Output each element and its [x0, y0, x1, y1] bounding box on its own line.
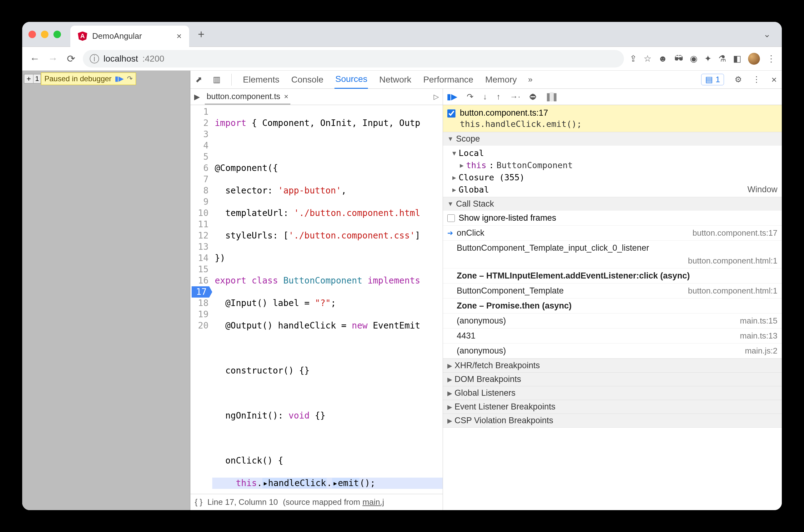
chrome-menu-icon[interactable]: ⋮ — [767, 54, 776, 64]
scope-local[interactable]: ▼ Local — [443, 147, 782, 159]
show-ignored-frames-row[interactable]: Show ignore-listed frames — [443, 211, 782, 226]
back-button[interactable]: ← — [28, 53, 41, 64]
share-icon[interactable]: ⇪ — [630, 54, 637, 64]
tab-console[interactable]: Console — [291, 71, 324, 89]
source-map-label: (source mapped from main.j — [283, 497, 384, 507]
bookmark-icon[interactable]: ☆ — [644, 54, 651, 64]
resume-button[interactable]: ▮▶ — [447, 92, 457, 101]
breakpoint-marker[interactable]: 17 — [192, 286, 212, 298]
callstack-frame[interactable]: (anonymous) main.js:2 — [443, 343, 782, 359]
url-host: localhost — [103, 54, 138, 64]
more-tabs-icon[interactable]: » — [528, 75, 532, 84]
debugger-controls: ▮▶ ↷ ↓ ↑ →· ⛔︎ ❚❚ — [443, 89, 782, 105]
chevron-right-icon: ▶ — [452, 174, 456, 181]
resume-icon[interactable]: ▮▶ — [115, 75, 124, 83]
step-out-button[interactable]: ↑ — [496, 92, 500, 101]
browser-window: DemoAngular × + ⌄ ← → ⟳ i localhost:4200… — [22, 22, 782, 510]
pause-on-exceptions-button[interactable]: ❚❚ — [547, 92, 556, 101]
callstack-header[interactable]: ▼ Call Stack — [443, 197, 782, 211]
tab-network[interactable]: Network — [379, 71, 412, 89]
chevron-right-icon: ▶ — [447, 403, 452, 411]
editor-pane: ▶ button.component.ts × ▷ 12345678910111… — [190, 89, 443, 510]
tab-elements[interactable]: Elements — [242, 71, 280, 89]
issues-badge[interactable]: ▤ 1 — [701, 74, 724, 86]
callstack-section: ▼ Call Stack Show ignore-listed frames ➔… — [443, 197, 782, 359]
url-input[interactable]: i localhost:4200 — [83, 50, 624, 68]
window-controls — [28, 31, 61, 38]
tab-sources[interactable]: Sources — [334, 70, 368, 89]
reload-button[interactable]: ⟳ — [65, 53, 77, 65]
extension-icon-2[interactable]: ◉ — [690, 54, 697, 64]
step-over-button[interactable]: ↷ — [467, 92, 474, 101]
navigator-toggle-icon[interactable]: ▶ — [194, 93, 200, 101]
chevron-down-icon: ▼ — [452, 149, 456, 157]
new-tab-button[interactable]: + — [194, 28, 208, 41]
angular-icon — [78, 32, 87, 41]
file-tab[interactable]: button.component.ts × — [205, 89, 290, 104]
callstack-async-boundary: Zone – Promise.then (async) — [443, 299, 782, 314]
debugger-pane: ▮▶ ↷ ↓ ↑ →· ⛔︎ ❚❚ button.component.ts:17… — [443, 89, 782, 510]
window-maximize-button[interactable] — [54, 31, 61, 38]
callstack-frame[interactable]: 4431 main.ts:13 — [443, 328, 782, 343]
pretty-print-icon[interactable]: { } — [195, 497, 203, 507]
close-tab-icon[interactable]: × — [177, 31, 181, 41]
code-content: import { Component, OnInit, Input, Outp … — [212, 105, 443, 494]
line-gutter[interactable]: 1234567891011121314151617181920 — [190, 105, 212, 494]
toolbar-icons: ⇪ ☆ ☻ 🕶 ◉ ✦ ⚗ ◧ ⋮ — [630, 53, 776, 65]
side-panel-icon[interactable]: ◧ — [733, 54, 741, 64]
site-info-icon[interactable]: i — [90, 54, 99, 63]
inspect-element-icon[interactable]: ⬈ — [195, 75, 202, 84]
breakpoint-location[interactable]: button.component.ts:17 — [460, 108, 548, 117]
kebab-menu-icon[interactable]: ⋮ — [752, 75, 761, 84]
scope-closure[interactable]: ▶ Closure (355) — [443, 171, 782, 184]
breakpoint-enabled-checkbox[interactable] — [447, 109, 456, 117]
step-into-button[interactable]: ↓ — [483, 92, 487, 101]
cursor-position: Line 17, Column 10 — [208, 497, 278, 507]
csp-breakpoints-header[interactable]: ▶CSP Violation Breakpoints — [443, 414, 782, 427]
scope-global[interactable]: ▶ Global Window — [443, 184, 782, 196]
paused-label: Paused in debugger — [44, 74, 112, 83]
callstack-frame[interactable]: ➔ onClick button.component.ts:17 — [443, 226, 782, 241]
show-ignored-checkbox[interactable] — [447, 214, 455, 222]
scope-this[interactable]: ▶ this: ButtonComponent — [443, 159, 782, 171]
browser-tab[interactable]: DemoAngular × — [70, 26, 189, 47]
close-file-icon[interactable]: × — [284, 92, 289, 101]
callstack-frame[interactable]: ButtonComponent_Template button.componen… — [443, 284, 782, 299]
window-close-button[interactable] — [28, 31, 36, 38]
dom-breakpoints-header[interactable]: ▶DOM Breakpoints — [443, 373, 782, 386]
address-bar: ← → ⟳ i localhost:4200 ⇪ ☆ ☻ 🕶 ◉ ✦ ⚗ ◧ ⋮ — [22, 47, 782, 71]
step-over-icon[interactable]: ↷ — [127, 75, 133, 83]
deactivate-breakpoints-button[interactable]: ⛔︎ — [530, 92, 538, 101]
callstack-frame[interactable]: (anonymous) main.ts:15 — [443, 314, 782, 328]
settings-icon[interactable]: ⚙ — [734, 75, 742, 84]
source-map-link[interactable]: main.j — [362, 497, 384, 507]
tab-title: DemoAngular — [92, 31, 142, 41]
callstack-frame[interactable]: ButtonComponent_Template_input_click_0_l… — [443, 241, 782, 268]
profile-avatar[interactable] — [748, 53, 760, 65]
tab-overflow-icon[interactable]: ⌄ — [758, 29, 776, 39]
device-toolbar-icon[interactable]: ▥ — [213, 75, 221, 84]
step-button[interactable]: →· — [510, 92, 520, 101]
main-area: + 1 Paused in debugger ▮▶ ↷ ⬈ ▥ Elements… — [22, 71, 782, 510]
global-listeners-header[interactable]: ▶Global Listeners — [443, 386, 782, 400]
labs-icon[interactable]: ⚗ — [719, 54, 726, 64]
breakpoint-hit-banner: button.component.ts:17 this.handleClick.… — [443, 105, 782, 132]
window-minimize-button[interactable] — [41, 31, 49, 38]
code-editor[interactable]: 1234567891011121314151617181920 import {… — [190, 105, 443, 494]
scope-header[interactable]: ▼ Scope — [443, 132, 782, 146]
extension-icon-1[interactable]: ☻ — [658, 54, 667, 64]
close-devtools-icon[interactable]: × — [771, 74, 777, 85]
sources-panel: ▶ button.component.ts × ▷ 12345678910111… — [190, 89, 782, 510]
chevron-right-icon: ▶ — [447, 417, 452, 424]
tab-performance[interactable]: Performance — [423, 71, 474, 89]
event-listener-breakpoints-header[interactable]: ▶Event Listener Breakpoints — [443, 400, 782, 414]
incognito-icon[interactable]: 🕶 — [674, 54, 683, 64]
run-snippet-icon[interactable]: ▷ — [434, 93, 439, 101]
tab-memory[interactable]: Memory — [484, 71, 517, 89]
add-button[interactable]: + — [24, 74, 34, 83]
rendered-page: + 1 Paused in debugger ▮▶ ↷ — [22, 71, 190, 510]
xhr-breakpoints-header[interactable]: ▶XHR/fetch Breakpoints — [443, 359, 782, 372]
chevron-right-icon: ▶ — [460, 162, 464, 169]
extensions-menu-icon[interactable]: ✦ — [704, 54, 711, 64]
forward-button[interactable]: → — [46, 53, 59, 64]
